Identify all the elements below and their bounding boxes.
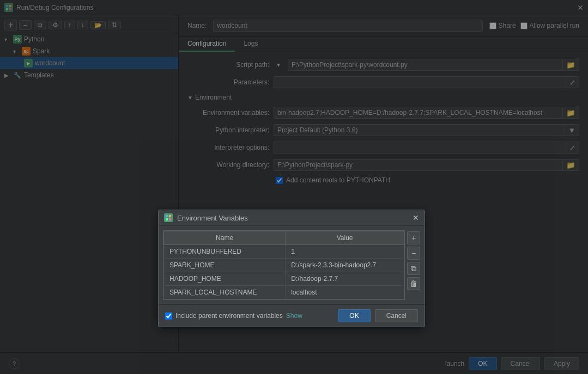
include-parent-checkbox[interactable] bbox=[165, 312, 172, 320]
table-row[interactable]: SPARK_HOME D:/spark-2.3.3-bin-hadoop2.7 bbox=[164, 259, 404, 272]
env-dialog-close[interactable]: ✕ bbox=[413, 213, 419, 222]
env-footer-left: Include parent environment variables Sho… bbox=[165, 312, 302, 320]
show-link[interactable]: Show bbox=[286, 312, 302, 320]
row-value: 1 bbox=[286, 245, 404, 259]
env-ok-button[interactable]: OK bbox=[338, 309, 370, 322]
env-table-actions: + − ⧉ 🗑 bbox=[407, 230, 420, 300]
table-row[interactable]: HADOOP_HOME D:/hadoop-2.7.7 bbox=[164, 272, 404, 286]
row-value: D:/hadoop-2.7.7 bbox=[286, 272, 404, 286]
env-table-container: Name Value PYTHONUNBUFFERED 1 SPARK_HOME bbox=[163, 230, 405, 300]
env-dialog-icon bbox=[164, 213, 173, 222]
table-row[interactable]: PYTHONUNBUFFERED 1 bbox=[164, 245, 404, 259]
delete-env-var-button[interactable]: 🗑 bbox=[407, 277, 420, 290]
row-name: PYTHONUNBUFFERED bbox=[164, 245, 286, 259]
env-dialog-body: Name Value PYTHONUNBUFFERED 1 SPARK_HOME bbox=[159, 226, 425, 304]
row-name: SPARK_HOME bbox=[164, 259, 286, 272]
row-name: SPARK_LOCAL_HOSTNAME bbox=[164, 286, 286, 299]
svg-rect-6 bbox=[166, 218, 168, 220]
env-dialog: Environment Variables ✕ Name Value bbox=[158, 210, 425, 327]
col-name-header: Name bbox=[164, 231, 286, 245]
include-parent-label: Include parent environment variables bbox=[175, 312, 283, 320]
env-table-wrapper: Name Value PYTHONUNBUFFERED 1 SPARK_HOME bbox=[159, 226, 425, 304]
env-dialog-overlay: Environment Variables ✕ Name Value bbox=[0, 0, 588, 374]
remove-env-var-button[interactable]: − bbox=[407, 247, 420, 260]
env-dialog-buttons: OK Cancel bbox=[338, 309, 418, 322]
env-dialog-title-left: Environment Variables bbox=[164, 213, 248, 222]
env-dialog-title-bar: Environment Variables ✕ bbox=[159, 210, 425, 226]
col-value-header: Value bbox=[286, 231, 404, 245]
row-name: HADOOP_HOME bbox=[164, 272, 286, 286]
copy-env-var-button[interactable]: ⧉ bbox=[407, 262, 420, 275]
env-dialog-title: Environment Variables bbox=[177, 214, 248, 222]
svg-rect-7 bbox=[169, 218, 171, 220]
env-dialog-footer: Include parent environment variables Sho… bbox=[159, 304, 425, 327]
row-value: localhost bbox=[286, 286, 404, 299]
table-row[interactable]: SPARK_LOCAL_HOSTNAME localhost bbox=[164, 286, 404, 299]
svg-rect-4 bbox=[166, 215, 168, 217]
row-value: D:/spark-2.3.3-bin-hadoop2.7 bbox=[286, 259, 404, 272]
svg-rect-5 bbox=[169, 215, 171, 217]
env-table: Name Value PYTHONUNBUFFERED 1 SPARK_HOME bbox=[163, 231, 404, 299]
add-env-var-button[interactable]: + bbox=[407, 231, 420, 244]
env-cancel-button[interactable]: Cancel bbox=[375, 309, 418, 322]
